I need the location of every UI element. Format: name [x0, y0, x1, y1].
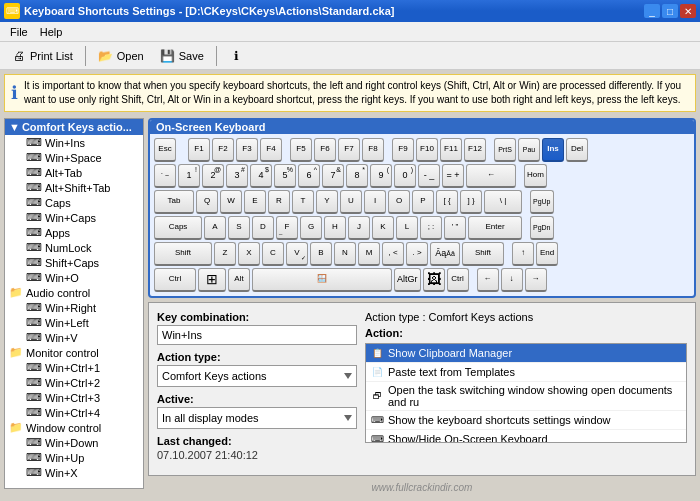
- minimize-button[interactable]: _: [644, 4, 660, 18]
- key-3[interactable]: 3#: [226, 164, 248, 188]
- key-8[interactable]: 8*: [346, 164, 368, 188]
- key-u[interactable]: U: [340, 190, 362, 214]
- key-j[interactable]: J: [348, 216, 370, 240]
- tree-item-alttab[interactable]: ⌨Alt+Tab: [5, 165, 143, 180]
- key-end[interactable]: End: [536, 242, 558, 266]
- key-slash[interactable]: ĀąĀā: [430, 242, 460, 266]
- tree-item-wino[interactable]: ⌨Win+O: [5, 270, 143, 285]
- key-f7[interactable]: F7: [338, 138, 360, 162]
- key-0[interactable]: 0): [394, 164, 416, 188]
- key-f[interactable]: F_: [276, 216, 298, 240]
- key-1[interactable]: 1!: [178, 164, 200, 188]
- tree-item-winx[interactable]: ⌨Win+X: [5, 465, 143, 480]
- key-shift-left[interactable]: Shift: [154, 242, 212, 266]
- key-backtick[interactable]: ` ~: [154, 164, 176, 188]
- key-backspace[interactable]: ←: [466, 164, 516, 188]
- key-pgup[interactable]: PgUp: [530, 190, 554, 214]
- tree-item-wincaps[interactable]: ⌨Win+Caps: [5, 210, 143, 225]
- key-x[interactable]: X: [238, 242, 260, 266]
- key-f2[interactable]: F2: [212, 138, 234, 162]
- key-f6[interactable]: F6: [314, 138, 336, 162]
- key-comma[interactable]: , <: [382, 242, 404, 266]
- key-f4[interactable]: F4: [260, 138, 282, 162]
- key-caps[interactable]: Caps: [154, 216, 202, 240]
- key-f3[interactable]: F3: [236, 138, 258, 162]
- tree-item-winins[interactable]: ⌨Win+Ins: [5, 135, 143, 150]
- key-down[interactable]: ↓: [501, 268, 523, 292]
- key-combination-input[interactable]: [157, 325, 357, 345]
- key-ins[interactable]: Ins: [542, 138, 564, 162]
- key-ctrl-left[interactable]: Ctrl: [154, 268, 196, 292]
- key-f5[interactable]: F5: [290, 138, 312, 162]
- tree-item-apps[interactable]: ⌨Apps: [5, 225, 143, 240]
- key-f8[interactable]: F8: [362, 138, 384, 162]
- key-alt-left[interactable]: Alt: [228, 268, 250, 292]
- key-left[interactable]: ←: [477, 268, 499, 292]
- action-item-3[interactable]: ⌨ Show the keyboard shortcuts settings w…: [366, 411, 686, 430]
- key-lbracket[interactable]: [ {: [436, 190, 458, 214]
- key-6[interactable]: 6^: [298, 164, 320, 188]
- open-button[interactable]: 📂 Open: [91, 45, 151, 67]
- action-list[interactable]: 📋 Show Clipboard Manager 📄 Paste text fr…: [365, 343, 687, 443]
- maximize-button[interactable]: □: [662, 4, 678, 18]
- key-e[interactable]: E: [244, 190, 266, 214]
- save-button[interactable]: 💾 Save: [153, 45, 211, 67]
- key-g[interactable]: G: [300, 216, 322, 240]
- tree-item-window[interactable]: 📁Window control: [5, 420, 143, 435]
- info-button[interactable]: ℹ: [222, 45, 252, 67]
- key-up[interactable]: ↑: [512, 242, 534, 266]
- key-quote[interactable]: ' ": [444, 216, 466, 240]
- key-period[interactable]: . >: [406, 242, 428, 266]
- key-m[interactable]: M: [358, 242, 380, 266]
- key-a[interactable]: A: [204, 216, 226, 240]
- tree-item-winspace[interactable]: ⌨Win+Space: [5, 150, 143, 165]
- key-f9[interactable]: F9: [392, 138, 414, 162]
- print-list-button[interactable]: 🖨 Print List: [4, 45, 80, 67]
- action-type-select[interactable]: Comfort Keys actions: [157, 365, 357, 387]
- key-b[interactable]: B: [310, 242, 332, 266]
- key-home[interactable]: Hom: [524, 164, 547, 188]
- key-h[interactable]: H: [324, 216, 346, 240]
- tree-item-numlock[interactable]: ⌨NumLock: [5, 240, 143, 255]
- tree-item-audio[interactable]: 📁Audio control: [5, 285, 143, 300]
- tree-item-winright[interactable]: ⌨Win+Right: [5, 300, 143, 315]
- key-z[interactable]: Z: [214, 242, 236, 266]
- key-pause[interactable]: Pau: [518, 138, 540, 162]
- key-c[interactable]: C: [262, 242, 284, 266]
- key-k[interactable]: K: [372, 216, 394, 240]
- tree-item-winctr3[interactable]: ⌨Win+Ctrl+3: [5, 390, 143, 405]
- tree-item-monitor[interactable]: 📁Monitor control: [5, 345, 143, 360]
- key-n[interactable]: N: [334, 242, 356, 266]
- key-v[interactable]: V✓: [286, 242, 308, 266]
- key-right[interactable]: →: [525, 268, 547, 292]
- key-del[interactable]: Del: [566, 138, 588, 162]
- key-f10[interactable]: F10: [416, 138, 438, 162]
- key-t[interactable]: T: [292, 190, 314, 214]
- key-q[interactable]: Q: [196, 190, 218, 214]
- key-f1[interactable]: F1: [188, 138, 210, 162]
- key-pgdn[interactable]: PgDn: [530, 216, 554, 240]
- action-item-0[interactable]: 📋 Show Clipboard Manager: [366, 344, 686, 363]
- menu-file[interactable]: File: [4, 24, 34, 40]
- key-w[interactable]: W: [220, 190, 242, 214]
- tree-item-winctr1[interactable]: ⌨Win+Ctrl+1: [5, 360, 143, 375]
- tree-item-winctr4[interactable]: ⌨Win+Ctrl+4: [5, 405, 143, 420]
- active-select[interactable]: In all display modes: [157, 407, 357, 429]
- key-win-right[interactable]: 🖼: [423, 268, 445, 292]
- key-d[interactable]: D: [252, 216, 274, 240]
- key-esc[interactable]: Esc: [154, 138, 176, 162]
- key-ctrl-right[interactable]: Ctrl: [447, 268, 469, 292]
- tree-item-caps[interactable]: ⌨Caps: [5, 195, 143, 210]
- key-enter[interactable]: Enter: [468, 216, 522, 240]
- tree-item-altshifttab[interactable]: ⌨Alt+Shift+Tab: [5, 180, 143, 195]
- key-semi[interactable]: ; :: [420, 216, 442, 240]
- tree-item-winup[interactable]: ⌨Win+Up: [5, 450, 143, 465]
- key-4[interactable]: 4$: [250, 164, 272, 188]
- key-equals[interactable]: = +: [442, 164, 464, 188]
- menu-help[interactable]: Help: [34, 24, 69, 40]
- key-2[interactable]: 2@: [202, 164, 224, 188]
- action-item-1[interactable]: 📄 Paste text from Templates: [366, 363, 686, 382]
- key-y[interactable]: Y: [316, 190, 338, 214]
- action-item-4[interactable]: ⌨ Show/Hide On-Screen Keyboard: [366, 430, 686, 443]
- key-r[interactable]: R: [268, 190, 290, 214]
